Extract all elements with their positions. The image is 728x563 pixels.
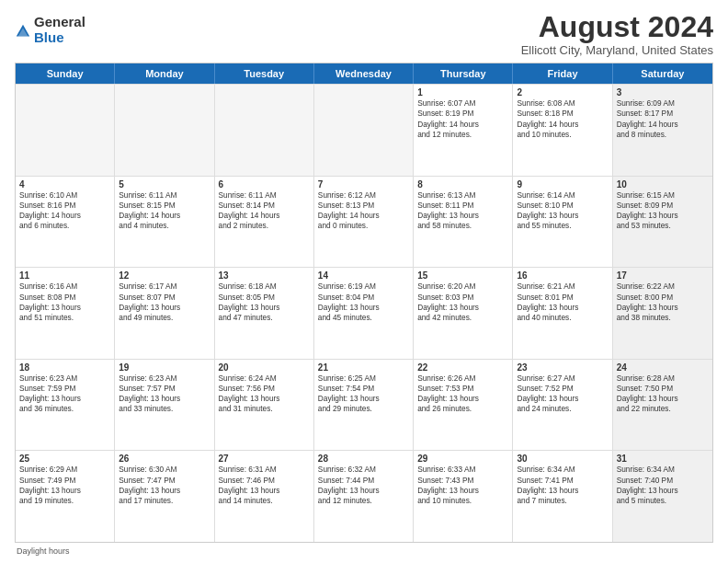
cell-line: Daylight: 14 hours bbox=[617, 120, 709, 130]
header: General Blue August 2024 Ellicott City, … bbox=[15, 11, 713, 57]
header-day-monday: Monday bbox=[115, 63, 214, 84]
day-number: 13 bbox=[219, 270, 310, 281]
cell-line: Sunrise: 6:16 AM bbox=[19, 282, 110, 292]
cell-line: Sunset: 7:49 PM bbox=[19, 476, 110, 486]
cell-line: Sunset: 8:01 PM bbox=[517, 293, 608, 303]
day-number: 5 bbox=[119, 179, 210, 190]
page: General Blue August 2024 Ellicott City, … bbox=[0, 0, 728, 563]
day-cell-3: 3Sunrise: 6:09 AMSunset: 8:17 PMDaylight… bbox=[613, 85, 712, 176]
calendar-row-0: 1Sunrise: 6:07 AMSunset: 8:19 PMDaylight… bbox=[16, 84, 712, 176]
day-cell-1: 1Sunrise: 6:07 AMSunset: 8:19 PMDaylight… bbox=[414, 85, 513, 176]
day-number: 25 bbox=[19, 454, 110, 464]
empty-cell bbox=[16, 85, 115, 176]
title-area: August 2024 Ellicott City, Maryland, Uni… bbox=[521, 11, 713, 57]
cell-line: Sunrise: 6:26 AM bbox=[417, 373, 508, 384]
cell-line: Daylight: 13 hours bbox=[517, 394, 608, 404]
cell-line: Sunset: 7:41 PM bbox=[517, 476, 608, 486]
cell-line: Daylight: 14 hours bbox=[219, 211, 310, 221]
cell-line: Daylight: 13 hours bbox=[617, 486, 709, 496]
day-number: 12 bbox=[119, 270, 210, 281]
day-number: 9 bbox=[517, 179, 608, 190]
cell-line: Daylight: 13 hours bbox=[119, 486, 210, 496]
cell-line: Sunset: 7:57 PM bbox=[119, 384, 210, 394]
day-number: 30 bbox=[517, 454, 608, 464]
cell-line: Sunset: 7:54 PM bbox=[318, 384, 409, 394]
cell-line: and 33 minutes. bbox=[119, 404, 210, 414]
location-subtitle: Ellicott City, Maryland, United States bbox=[521, 43, 713, 57]
cell-line: and 5 minutes. bbox=[617, 496, 709, 506]
header-day-thursday: Thursday bbox=[414, 63, 513, 84]
cell-line: and 29 minutes. bbox=[318, 404, 409, 414]
cell-line: Sunset: 8:03 PM bbox=[417, 293, 508, 303]
cell-line: Daylight: 13 hours bbox=[318, 303, 409, 313]
cell-line: Sunset: 7:56 PM bbox=[219, 384, 310, 394]
logo-icon bbox=[15, 23, 31, 40]
cell-line: Sunrise: 6:31 AM bbox=[219, 465, 310, 475]
cell-line: Sunset: 8:04 PM bbox=[318, 293, 409, 303]
day-cell-23: 23Sunrise: 6:27 AMSunset: 7:52 PMDayligh… bbox=[513, 360, 612, 451]
cell-line: Sunrise: 6:22 AM bbox=[617, 282, 709, 292]
cell-line: Sunrise: 6:34 AM bbox=[517, 465, 608, 475]
calendar-row-3: 18Sunrise: 6:23 AMSunset: 7:59 PMDayligh… bbox=[16, 359, 712, 451]
cell-line: Daylight: 14 hours bbox=[19, 211, 110, 221]
cell-line: Sunset: 7:44 PM bbox=[318, 476, 409, 486]
day-cell-21: 21Sunrise: 6:25 AMSunset: 7:54 PMDayligh… bbox=[314, 360, 414, 451]
day-number: 26 bbox=[119, 454, 210, 464]
cell-line: Daylight: 13 hours bbox=[417, 303, 508, 313]
cell-line: and 14 minutes. bbox=[219, 496, 310, 506]
cell-line: Sunrise: 6:15 AM bbox=[617, 190, 709, 201]
cell-line: and 53 minutes. bbox=[617, 221, 709, 231]
cell-line: Daylight: 13 hours bbox=[617, 211, 709, 221]
calendar-row-1: 4Sunrise: 6:10 AMSunset: 8:16 PMDaylight… bbox=[16, 176, 712, 268]
day-number: 18 bbox=[19, 362, 110, 373]
day-number: 2 bbox=[517, 87, 608, 98]
cell-line: Sunrise: 6:32 AM bbox=[318, 465, 409, 475]
day-cell-8: 8Sunrise: 6:13 AMSunset: 8:11 PMDaylight… bbox=[414, 177, 513, 268]
day-number: 7 bbox=[318, 179, 409, 190]
cell-line: Sunset: 8:14 PM bbox=[219, 201, 310, 211]
day-number: 8 bbox=[417, 179, 508, 190]
cell-line: Sunrise: 6:10 AM bbox=[19, 190, 110, 201]
cell-line: and 7 minutes. bbox=[517, 496, 608, 506]
cell-line: Daylight: 13 hours bbox=[517, 211, 608, 221]
header-day-tuesday: Tuesday bbox=[215, 63, 314, 84]
day-cell-15: 15Sunrise: 6:20 AMSunset: 8:03 PMDayligh… bbox=[414, 268, 513, 359]
cell-line: and 4 minutes. bbox=[119, 221, 210, 231]
day-cell-4: 4Sunrise: 6:10 AMSunset: 8:16 PMDaylight… bbox=[16, 177, 115, 268]
cell-line: Sunset: 7:43 PM bbox=[417, 476, 508, 486]
cell-line: and 58 minutes. bbox=[417, 221, 508, 231]
cell-line: Sunrise: 6:08 AM bbox=[517, 98, 608, 109]
cell-line: and 6 minutes. bbox=[19, 221, 110, 231]
cell-line: Sunrise: 6:21 AM bbox=[517, 282, 608, 292]
cell-line: Daylight: 13 hours bbox=[119, 303, 210, 313]
footer-note: Daylight hours bbox=[15, 546, 713, 556]
day-cell-22: 22Sunrise: 6:26 AMSunset: 7:53 PMDayligh… bbox=[414, 360, 513, 451]
day-cell-13: 13Sunrise: 6:18 AMSunset: 8:05 PMDayligh… bbox=[215, 268, 314, 359]
cell-line: and 45 minutes. bbox=[318, 313, 409, 323]
day-cell-30: 30Sunrise: 6:34 AMSunset: 7:41 PMDayligh… bbox=[513, 451, 612, 542]
cell-line: and 55 minutes. bbox=[517, 221, 608, 231]
cell-line: Sunrise: 6:07 AM bbox=[417, 98, 508, 109]
cell-line: Daylight: 13 hours bbox=[219, 303, 310, 313]
cell-line: Sunrise: 6:30 AM bbox=[119, 465, 210, 475]
day-cell-12: 12Sunrise: 6:17 AMSunset: 8:07 PMDayligh… bbox=[115, 268, 214, 359]
cell-line: Sunrise: 6:14 AM bbox=[517, 190, 608, 201]
day-cell-28: 28Sunrise: 6:32 AMSunset: 7:44 PMDayligh… bbox=[314, 451, 414, 542]
cell-line: Sunset: 8:19 PM bbox=[417, 109, 508, 119]
calendar-row-4: 25Sunrise: 6:29 AMSunset: 7:49 PMDayligh… bbox=[16, 450, 712, 542]
day-number: 20 bbox=[219, 362, 310, 373]
cell-line: Daylight: 13 hours bbox=[219, 486, 310, 496]
cell-line: and 47 minutes. bbox=[219, 313, 310, 323]
day-cell-14: 14Sunrise: 6:19 AMSunset: 8:04 PMDayligh… bbox=[314, 268, 414, 359]
cell-line: and 12 minutes. bbox=[417, 130, 508, 140]
header-day-wednesday: Wednesday bbox=[314, 63, 414, 84]
day-number: 11 bbox=[19, 270, 110, 281]
cell-line: and 19 minutes. bbox=[19, 496, 110, 506]
day-cell-20: 20Sunrise: 6:24 AMSunset: 7:56 PMDayligh… bbox=[215, 360, 314, 451]
day-number: 4 bbox=[19, 179, 110, 190]
day-cell-5: 5Sunrise: 6:11 AMSunset: 8:15 PMDaylight… bbox=[115, 177, 214, 268]
empty-cell bbox=[215, 85, 314, 176]
day-number: 24 bbox=[617, 362, 709, 373]
cell-line: Daylight: 13 hours bbox=[417, 211, 508, 221]
empty-cell bbox=[115, 85, 214, 176]
